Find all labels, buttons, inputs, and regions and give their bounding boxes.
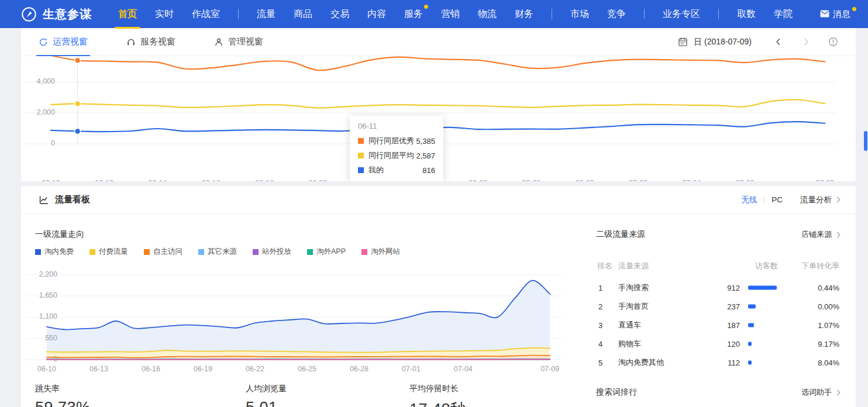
legend-label: 淘外网站: [371, 247, 400, 257]
series-label: 同行同层优秀: [368, 136, 414, 146]
nav-item[interactable]: 竞争: [607, 7, 626, 22]
app-logo[interactable]: 生意参谋: [21, 6, 92, 22]
date-selector[interactable]: 日 (2018-07-09): [694, 37, 752, 47]
next-date-button[interactable]: [800, 36, 812, 49]
source-row[interactable]: 1手淘搜索9120.44%: [596, 278, 839, 297]
source-row[interactable]: 5淘内免费其他1128.04%: [596, 353, 839, 372]
tab-服务视窗[interactable]: 服务视窗: [126, 28, 175, 56]
legend-item[interactable]: 淘内免费: [35, 247, 74, 257]
x-axis-label: 07-01: [402, 365, 421, 373]
legend-swatch: [89, 249, 95, 255]
source-rank: 5: [598, 358, 602, 367]
legend-item[interactable]: 淘外网站: [361, 247, 400, 257]
nav-item[interactable]: 商品: [294, 7, 312, 22]
nav-item[interactable]: 学院: [774, 7, 793, 22]
chevron-right-icon: [835, 389, 841, 395]
x-axis-label: 06-30: [576, 179, 594, 181]
prev-date-button[interactable]: [771, 36, 784, 49]
shop-sources-link[interactable]: 店铺来源: [801, 229, 839, 240]
nav-item[interactable]: 首页: [118, 7, 137, 22]
series-label: 同行同层平均: [368, 150, 414, 161]
trend-title: 一级流量走向: [35, 229, 84, 240]
x-axis-label: 06-22: [246, 365, 264, 373]
legend-swatch: [307, 249, 313, 255]
visitors-bar: [748, 305, 756, 309]
tooltip-row: 同行同层平均2,587: [358, 150, 435, 161]
scrollbar-thumb[interactable]: [864, 131, 867, 151]
series-value: 5,385: [416, 137, 435, 146]
nav-item[interactable]: 市场: [570, 7, 589, 22]
nav-item[interactable]: 内容: [367, 7, 386, 22]
x-axis-label: 06-13: [89, 365, 108, 373]
nav-item[interactable]: 实时: [155, 7, 174, 22]
legend-label: 站外投放: [262, 247, 291, 257]
x-axis-label: 06-16: [142, 365, 160, 373]
series-label: 我的: [368, 165, 384, 175]
nav-item[interactable]: 取数: [737, 7, 756, 22]
info-icon[interactable]: [826, 36, 839, 49]
source-row[interactable]: 2手淘首页2370.00%: [596, 297, 839, 316]
chart-tooltip: 06-11 同行同层优秀5,385同行同层平均2,587我的816: [350, 116, 443, 181]
nav-item[interactable]: 业务专区: [663, 7, 700, 22]
nav-item[interactable]: 流量: [257, 7, 275, 22]
source-cvr: 0.44%: [818, 284, 839, 292]
x-axis-label: 06-25: [298, 365, 316, 373]
y-axis-label: 0: [21, 355, 57, 363]
calendar-icon[interactable]: [676, 36, 689, 49]
x-axis-label: 06-16: [202, 179, 221, 181]
source-name: 购物车: [618, 339, 641, 349]
nav-item-label: 营销: [441, 9, 460, 19]
trend-legend: 淘内免费付费流量自主访问其它来源站外投放淘外APP淘外网站: [35, 247, 416, 257]
source-visitors: 912: [690, 284, 740, 292]
nav-item[interactable]: 作战室: [192, 7, 220, 22]
legend-item[interactable]: 自主访问: [144, 247, 182, 257]
nav-divider: [552, 9, 552, 19]
nav-item[interactable]: 物流: [478, 7, 497, 22]
overview-card: 运营视窗服务视窗管理视窗 日 (2018-07-09) 4,0002,0000 …: [21, 28, 856, 181]
compass-logo-icon: [21, 6, 37, 22]
messages-button[interactable]: 消息: [820, 9, 850, 20]
nav-item[interactable]: 财务: [515, 7, 533, 22]
source-cvr: 0.00%: [818, 302, 839, 311]
traffic-trend-chart[interactable]: [21, 269, 596, 364]
legend-item[interactable]: 淘外APP: [307, 247, 346, 257]
legend-swatch: [35, 249, 41, 255]
source-visitors: 187: [690, 321, 740, 330]
nav-item[interactable]: 服务: [404, 7, 423, 22]
metric: 跳失率59.73%: [35, 384, 91, 407]
source-visitors: 112: [690, 358, 740, 367]
x-axis-label: 06-28: [350, 365, 368, 373]
legend-item[interactable]: 站外投放: [253, 247, 291, 257]
legend-item[interactable]: 其它来源: [198, 247, 237, 257]
source-row[interactable]: 4购物车1209.17%: [596, 334, 839, 353]
nav-item[interactable]: 营销: [441, 7, 460, 22]
x-axis-label: 07-06: [735, 179, 754, 181]
x-axis-label: 06-14: [149, 179, 167, 181]
nav-item[interactable]: 交易: [330, 7, 349, 22]
person-icon: [214, 37, 223, 47]
nav-item-label: 商品: [294, 9, 312, 19]
top-nav: 生意参谋 首页实时作战室流量商品交易内容服务营销物流财务市场竞争业务专区取数学院…: [0, 0, 868, 28]
source-row[interactable]: 3直通车1871.07%: [596, 316, 839, 334]
tab-运营视窗[interactable]: 运营视窗: [39, 28, 88, 56]
tab-label: 服务视窗: [140, 36, 175, 47]
word-helper-link[interactable]: 选词助手: [801, 387, 839, 398]
legend-label: 淘外APP: [316, 247, 346, 257]
source-rank: 3: [598, 321, 602, 330]
metric-value: 5.01: [246, 399, 287, 407]
source-name: 直通车: [618, 320, 641, 330]
visitors-bar: [748, 286, 777, 290]
section-title: 流量看板: [55, 194, 90, 205]
tab-管理视窗[interactable]: 管理视窗: [214, 28, 263, 56]
page-scrollbar[interactable]: [863, 28, 868, 407]
envelope-icon: [820, 9, 829, 19]
visitors-compare-chart[interactable]: 4,0002,0000 06-1006-1206-1406-1606-1806-…: [21, 56, 856, 181]
x-axis-label: 06-18: [255, 179, 274, 181]
nav-item-label: 首页: [118, 9, 137, 19]
legend-item[interactable]: 付费流量: [89, 247, 128, 257]
x-axis-label: 07-04: [454, 365, 473, 373]
sources-table-header: 排名 流量来源 访客数 下单转化率: [596, 261, 839, 271]
metric-value: 59.73%: [35, 399, 91, 407]
legend-swatch: [253, 249, 259, 255]
y-axis-label: 550: [21, 334, 57, 342]
